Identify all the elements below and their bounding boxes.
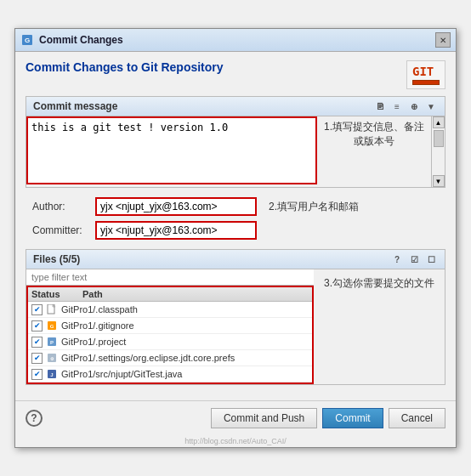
col-path-header: Path bbox=[82, 289, 309, 299]
help-button[interactable]: ? bbox=[26, 410, 43, 427]
file-type-icon-1 bbox=[46, 303, 58, 315]
window-title: Commit Changes bbox=[39, 34, 123, 46]
commit-msg-icon3[interactable]: ⊕ bbox=[407, 99, 421, 113]
table-row: ✔ GitPro1/.classpath bbox=[28, 302, 312, 318]
file-path-5: GitPro1/src/njupt/GitTest.java bbox=[61, 369, 309, 379]
dialog-title: Commit Changes to Git Repository bbox=[26, 60, 224, 74]
close-button[interactable]: ✕ bbox=[435, 32, 451, 48]
commit-message-header: Commit message 🖹 ≡ ⊕ ▼ bbox=[26, 97, 445, 116]
commit-changes-dialog: G Commit Changes ✕ Commit Changes to Git… bbox=[14, 28, 457, 448]
author-section: Author: 2.填写用户名和邮箱 Committer: bbox=[26, 195, 445, 242]
file-checkbox-2[interactable]: ✔ bbox=[31, 320, 43, 332]
file-type-icon-4: ⚙ bbox=[46, 352, 58, 364]
files-filter-input[interactable] bbox=[26, 269, 314, 286]
files-section: Files (5/5) ? ☑ ☐ Status Path bbox=[26, 249, 445, 385]
files-icon1[interactable]: ? bbox=[390, 252, 404, 266]
svg-text:G: G bbox=[50, 324, 54, 329]
file-type-icon-3: P bbox=[46, 336, 58, 348]
committer-input[interactable] bbox=[95, 221, 257, 240]
svg-text:G: G bbox=[25, 37, 30, 44]
commit-msg-icon1[interactable]: 🖹 bbox=[373, 99, 387, 113]
file-path-1: GitPro1/.classpath bbox=[61, 304, 309, 314]
author-hint: 2.填写用户名和邮箱 bbox=[269, 200, 359, 214]
files-table: Status Path ✔ GitPro1/.classpath bbox=[26, 286, 314, 384]
commit-message-section: Commit message 🖹 ≡ ⊕ ▼ this is a git tes… bbox=[26, 96, 445, 188]
watermark: http://blog.csdn.net/Auto_CAI/ bbox=[15, 435, 456, 447]
window-icon: G bbox=[20, 33, 34, 47]
git-logo: GIT bbox=[406, 60, 445, 89]
file-path-2: GitPro1/.gitignore bbox=[61, 320, 309, 331]
svg-text:P: P bbox=[50, 340, 54, 345]
commit-msg-icon2[interactable]: ≡ bbox=[390, 99, 404, 113]
files-header: Files (5/5) ? ☑ ☐ bbox=[26, 250, 445, 269]
table-row: ✔ ⚙ GitPro1/.settings/org.eclipse.jdt.co… bbox=[28, 350, 312, 366]
file-path-3: GitPro1/.project bbox=[61, 337, 309, 347]
commit-msg-dropdown[interactable]: ▼ bbox=[424, 99, 438, 113]
commit-scrollbar[interactable]: ▲ ▼ bbox=[431, 116, 445, 187]
commit-message-textarea[interactable] bbox=[26, 116, 317, 184]
file-checkbox-4[interactable]: ✔ bbox=[31, 353, 43, 364]
file-checkbox-1[interactable]: ✔ bbox=[31, 304, 43, 315]
dialog-content: Commit Changes to Git Repository GIT Com… bbox=[15, 52, 456, 400]
author-label: Author: bbox=[32, 201, 90, 212]
bottom-bar: ? Commit and Push Commit Cancel bbox=[15, 400, 456, 435]
table-row: ✔ G GitPro1/.gitignore bbox=[28, 318, 312, 334]
commit-hint-1: 1.填写提交信息、备注 或版本号 bbox=[317, 116, 431, 187]
commit-button[interactable]: Commit bbox=[322, 408, 383, 428]
table-row: ✔ P GitPro1/.project bbox=[28, 334, 312, 350]
file-checkbox-5[interactable]: ✔ bbox=[31, 369, 43, 380]
table-row: ✔ J GitPro1/src/njupt/GitTest.java bbox=[28, 366, 312, 382]
title-bar: G Commit Changes ✕ bbox=[15, 29, 456, 52]
scroll-down[interactable]: ▼ bbox=[433, 175, 445, 187]
committer-row: Committer: bbox=[26, 218, 445, 242]
cancel-button[interactable]: Cancel bbox=[389, 408, 445, 428]
svg-text:J: J bbox=[50, 372, 53, 377]
commit-push-button[interactable]: Commit and Push bbox=[211, 408, 317, 428]
file-path-4: GitPro1/.settings/org.eclipse.jdt.core.p… bbox=[61, 353, 309, 363]
scroll-thumb[interactable] bbox=[434, 130, 444, 147]
files-icon2[interactable]: ☑ bbox=[407, 252, 421, 266]
files-hint: 3.勾选你需要提交的文件 bbox=[314, 269, 445, 384]
file-type-icon-2: G bbox=[46, 320, 58, 332]
file-checkbox-3[interactable]: ✔ bbox=[31, 337, 43, 348]
author-input[interactable] bbox=[95, 197, 257, 216]
scroll-up[interactable]: ▲ bbox=[433, 116, 445, 128]
table-header: Status Path bbox=[28, 287, 312, 302]
committer-label: Committer: bbox=[32, 224, 90, 236]
files-icon3[interactable]: ☐ bbox=[424, 252, 438, 266]
author-row: Author: 2.填写用户名和邮箱 bbox=[26, 195, 445, 218]
action-buttons: Commit and Push Commit Cancel bbox=[211, 408, 445, 428]
file-type-icon-5: J bbox=[46, 368, 58, 380]
col-status-header: Status bbox=[31, 289, 76, 299]
